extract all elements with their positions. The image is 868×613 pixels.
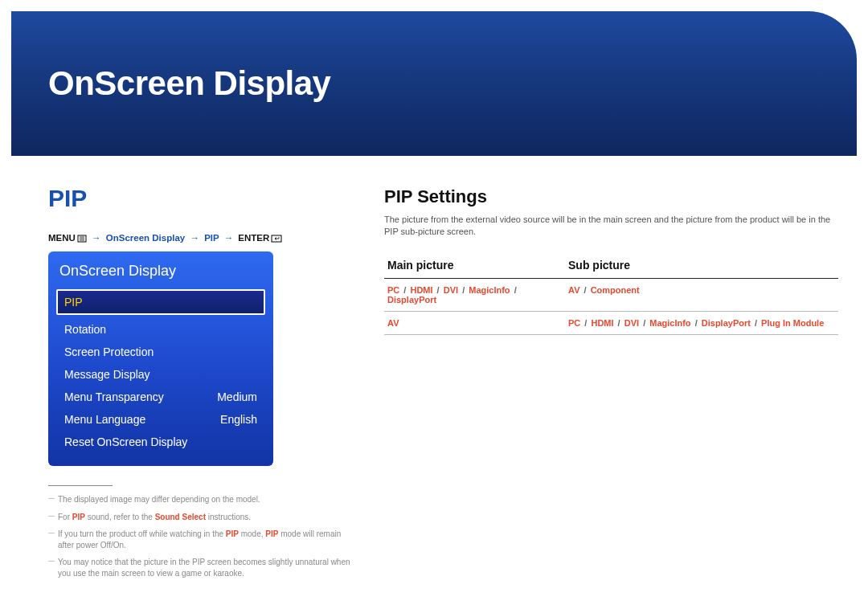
osd-item-menu-transparency[interactable]: Menu Transparency Medium [58, 386, 264, 408]
chapter-title: OnScreen Display [48, 64, 330, 103]
breadcrumb-part: OnScreen Display [106, 233, 185, 243]
osd-item-label: Menu Language [64, 413, 145, 426]
footnote: You may notice that the picture in the P… [48, 557, 354, 578]
arrow-icon: → [92, 233, 101, 243]
breadcrumb: MENU → OnScreen Display → PIP → ENTER [48, 233, 282, 244]
osd-item-pip[interactable]: PIP [56, 289, 265, 315]
settings-description: The picture from the external video sour… [384, 214, 839, 239]
osd-item-screen-protection[interactable]: Screen Protection [58, 341, 264, 363]
footnotes: The displayed image may differ depending… [48, 485, 354, 585]
menu-label: MENU [48, 233, 76, 243]
table-row: PC / HDMI / DVI / MagicInfo / DisplayPor… [384, 279, 839, 312]
table-cell: PC / HDMI / DVI / MagicInfo / DisplayPor… [384, 279, 565, 312]
osd-item-menu-language[interactable]: Menu Language English [58, 408, 264, 431]
osd-item-label: Menu Transparency [64, 390, 164, 403]
breadcrumb-part: PIP [204, 233, 219, 243]
divider [48, 485, 113, 486]
enter-icon [271, 235, 282, 244]
table-header: Sub picture [565, 252, 838, 279]
table-row: AV PC / HDMI / DVI / MagicInfo / Display… [384, 312, 839, 335]
table-cell: AV [384, 312, 565, 335]
osd-item-rotation[interactable]: Rotation [58, 318, 264, 341]
footnote: If you turn the product off while watchi… [48, 529, 354, 550]
settings-heading: PIP Settings [384, 186, 487, 207]
osd-menu: OnScreen Display PIP Rotation Screen Pro… [48, 251, 273, 466]
osd-item-message-display[interactable]: Message Display [58, 363, 264, 386]
footnote: The displayed image may differ depending… [48, 494, 354, 505]
menu-icon [77, 235, 87, 244]
enter-label: ENTER [238, 233, 269, 243]
table-header: Main picture [384, 252, 565, 279]
osd-item-label: PIP [64, 296, 83, 309]
osd-item-label: Reset OnScreen Display [64, 435, 187, 448]
osd-item-label: Message Display [64, 368, 150, 381]
osd-item-value: Medium [217, 390, 257, 403]
arrow-icon: → [224, 233, 234, 243]
osd-title: OnScreen Display [56, 260, 265, 288]
osd-item-value: English [220, 413, 257, 426]
section-heading: PIP [48, 185, 87, 212]
osd-item-reset[interactable]: Reset OnScreen Display [58, 431, 264, 453]
osd-item-label: Screen Protection [64, 345, 154, 358]
table-cell: AV / Component [565, 279, 838, 312]
arrow-icon: → [190, 233, 199, 243]
footnote: For PIP sound, refer to the Sound Select… [48, 512, 354, 523]
pip-settings-table: Main picture Sub picture PC / HDMI / DVI… [384, 252, 839, 335]
osd-item-label: Rotation [64, 323, 106, 336]
table-cell: PC / HDMI / DVI / MagicInfo / DisplayPor… [565, 312, 838, 335]
chapter-banner: OnScreen Display [11, 11, 857, 156]
